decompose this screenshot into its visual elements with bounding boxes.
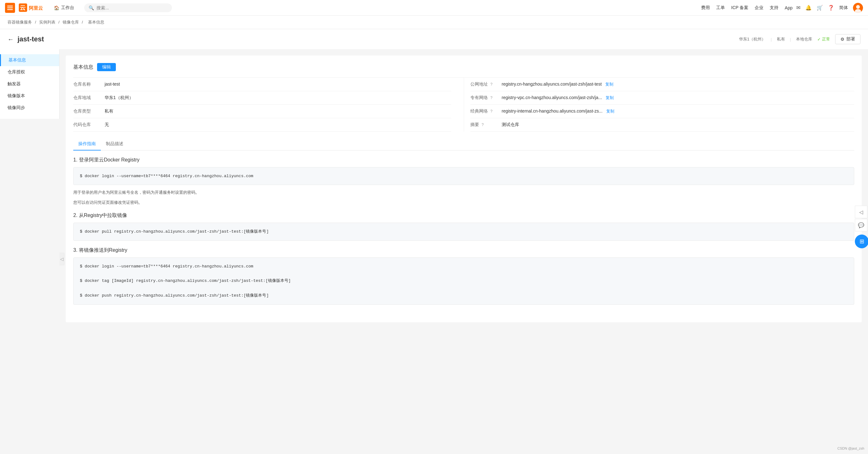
tab-operation-guide[interactable]: 操作指南 [73, 138, 101, 150]
nav-link-support[interactable]: 支持 [770, 5, 778, 11]
info-row-classic: 经典网络 ? registry-internal.cn-hangzhou.ali… [470, 105, 854, 118]
nav-link-fee[interactable]: 费用 [701, 5, 710, 11]
breadcrumb-sep-1: / [35, 20, 37, 25]
content-card: 基本信息 编辑 仓库名称 jast-test 仓库地域 华东1（杭州） 仓 [66, 56, 862, 322]
step2-heading: 2. 从Registry中拉取镜像 [73, 212, 854, 219]
sidebar-item-trigger[interactable]: 触发器 [0, 78, 59, 90]
info-row-type: 仓库类型 私有 [73, 105, 451, 118]
field-value-classic: registry-internal.cn-hangzhou.aliyuncs.c… [502, 109, 854, 114]
copy-classic-btn[interactable]: 复制 [606, 109, 614, 113]
breadcrumb-sep-3: / [82, 20, 84, 25]
summary-help-icon[interactable]: ? [482, 122, 484, 127]
sidebar-toggle-button[interactable]: ◁ [60, 253, 64, 265]
nav-link-app[interactable]: App [785, 5, 793, 10]
step1-code-line-1: $ docker login --username=tb7****6464 re… [80, 172, 848, 180]
vpc-help-icon[interactable]: ? [490, 96, 493, 100]
info-row-name: 仓库名称 jast-test [73, 78, 451, 91]
nav-links: 费用 工单 ICP 备案 企业 支持 App [701, 5, 793, 11]
section-title: 基本信息 [73, 64, 93, 70]
classic-help-icon[interactable]: ? [490, 109, 493, 113]
nav-link-icp[interactable]: ICP 备案 [731, 5, 748, 11]
check-icon: ✓ [817, 37, 821, 42]
field-value-vpc: registry-vpc.cn-hangzhou.aliyuncs.com/ja… [502, 95, 854, 101]
nav-lang[interactable]: 简体 [839, 5, 848, 11]
visibility-label: 私有 [777, 36, 785, 42]
step1-heading: 1. 登录阿里云Docker Registry [73, 157, 854, 163]
breadcrumb-repo[interactable]: 镜像仓库 [63, 20, 79, 25]
tabs: 操作指南 制品描述 [73, 138, 854, 150]
help-icon-btn[interactable]: ❓ [828, 5, 834, 11]
sidebar-container: 基本信息 仓库授权 触发器 镜像版本 镜像同步 ◁ [0, 49, 60, 454]
repo-type-label: 本地仓库 [796, 36, 812, 42]
field-value-summary: 测试仓库 [502, 122, 854, 127]
field-label-region: 仓库地域 [73, 95, 104, 101]
info-row-region: 仓库地域 华东1（杭州） [73, 91, 451, 105]
menu-button[interactable] [5, 3, 15, 13]
field-value-public-addr: registry.cn-hangzhou.aliyuncs.com/jast-z… [502, 82, 854, 87]
home-icon: 🏠 [54, 5, 59, 10]
info-right-col: 公网地址 ? registry.cn-hangzhou.aliyuncs.com… [464, 78, 854, 132]
info-row-vpc: 专有网络 ? registry-vpc.cn-hangzhou.aliyuncs… [470, 91, 854, 105]
field-label-public-addr: 公网地址 ? [470, 82, 502, 87]
back-button[interactable]: ← [7, 36, 14, 43]
avatar[interactable] [853, 3, 863, 13]
search-icon: 🔍 [89, 5, 94, 10]
sidebar-item-image-version[interactable]: 镜像版本 [0, 90, 59, 102]
step3-code-line-1: $ docker login --username=tb7****6464 re… [80, 263, 848, 270]
main-layout: 基本信息 仓库授权 触发器 镜像版本 镜像同步 ◁ 基本信息 编辑 仓库名称 j… [0, 49, 868, 454]
region-label: 华东1（杭州） [739, 36, 766, 42]
field-value-code-repo: 无 [104, 122, 451, 127]
search-input[interactable] [96, 5, 167, 10]
bottom-right-info: CSDN @jast_zsh [837, 447, 864, 450]
breadcrumb-service[interactable]: 容器镜像服务 [7, 20, 32, 25]
chat-float-btn[interactable]: 💬 [855, 219, 867, 231]
collapse-float-btn[interactable]: ◁ [855, 206, 867, 218]
deploy-button[interactable]: ⚙ 部署 [835, 34, 861, 44]
section-header: 基本信息 编辑 [73, 63, 854, 71]
message-icon-btn[interactable]: ✉ [796, 5, 800, 11]
cart-icon-btn[interactable]: 🛒 [817, 5, 823, 11]
nav-link-ticket[interactable]: 工单 [716, 5, 725, 11]
bell-icon-btn[interactable]: 🔔 [805, 5, 812, 11]
grid-float-btn[interactable]: ⊞ [855, 234, 868, 248]
info-row-public-addr: 公网地址 ? registry.cn-hangzhou.aliyuncs.com… [470, 78, 854, 91]
top-nav: 云 阿里云 🏠 工作台 🔍 费用 工单 ICP 备案 企业 支持 App ✉ 🔔… [0, 0, 868, 16]
main-content: 基本信息 编辑 仓库名称 jast-test 仓库地域 华东1（杭州） 仓 [60, 49, 868, 454]
step2-code-line-1: $ docker pull registry.cn-hangzhou.aliyu… [80, 228, 848, 235]
edit-button[interactable]: 编辑 [97, 63, 116, 71]
field-label-summary: 摘要 ? [470, 122, 502, 127]
nav-link-enterprise[interactable]: 企业 [755, 5, 764, 11]
step3-code: $ docker login --username=tb7****6464 re… [73, 257, 854, 305]
sidebar: 基本信息 仓库授权 触发器 镜像版本 镜像同步 [0, 49, 60, 119]
field-value-name: jast-test [104, 82, 451, 87]
info-row-summary: 摘要 ? 测试仓库 [470, 118, 854, 132]
copy-vpc-btn[interactable]: 复制 [606, 95, 614, 100]
logo[interactable]: 云 阿里云 [19, 3, 44, 12]
step1-note-1: 用于登录的用户名为阿里云账号全名，密码为开通服务时设置的密码。 [73, 189, 854, 196]
search-bar: 🔍 [84, 3, 172, 12]
svg-point-7 [856, 5, 860, 9]
aliyun-logo-icon: 云 阿里云 [19, 3, 44, 12]
copy-public-addr-btn[interactable]: 复制 [605, 82, 613, 87]
sidebar-item-basic-info[interactable]: 基本信息 [0, 54, 59, 66]
page-meta: 华东1（杭州） | 私有 | 本地仓库 ✓ 正常 ⚙ 部署 [739, 34, 861, 44]
step3-code-line-2: $ docker tag [ImageId] registry.cn-hangz… [80, 277, 848, 284]
step1-code: $ docker login --username=tb7****6464 re… [73, 167, 854, 185]
breadcrumb-instance-list[interactable]: 实例列表 [39, 20, 55, 25]
workbench-button[interactable]: 🏠 工作台 [50, 3, 78, 12]
svg-rect-2 [7, 9, 13, 10]
public-addr-help-icon[interactable]: ? [490, 82, 493, 87]
step3-heading: 3. 将镜像推送到Registry [73, 247, 854, 254]
title-area: ← jast-test [7, 35, 44, 43]
step1-note-2: 您可以在访问凭证页面修改凭证密码。 [73, 199, 854, 206]
field-label-type: 仓库类型 [73, 109, 104, 114]
info-grid: 仓库名称 jast-test 仓库地域 华东1（杭州） 仓库类型 私有 代码仓库… [73, 78, 854, 132]
sidebar-item-auth[interactable]: 仓库授权 [0, 66, 59, 78]
step2-code: $ docker pull registry.cn-hangzhou.aliyu… [73, 223, 854, 240]
sidebar-item-image-sync[interactable]: 镜像同步 [0, 102, 59, 114]
tab-product-desc[interactable]: 制品描述 [101, 138, 128, 150]
page-header: ← jast-test 华东1（杭州） | 私有 | 本地仓库 ✓ 正常 ⚙ 部… [0, 29, 868, 49]
info-row-code-repo: 代码仓库 无 [73, 118, 451, 132]
info-left-col: 仓库名称 jast-test 仓库地域 华东1（杭州） 仓库类型 私有 代码仓库… [73, 78, 464, 132]
field-label-vpc: 专有网络 ? [470, 95, 502, 101]
